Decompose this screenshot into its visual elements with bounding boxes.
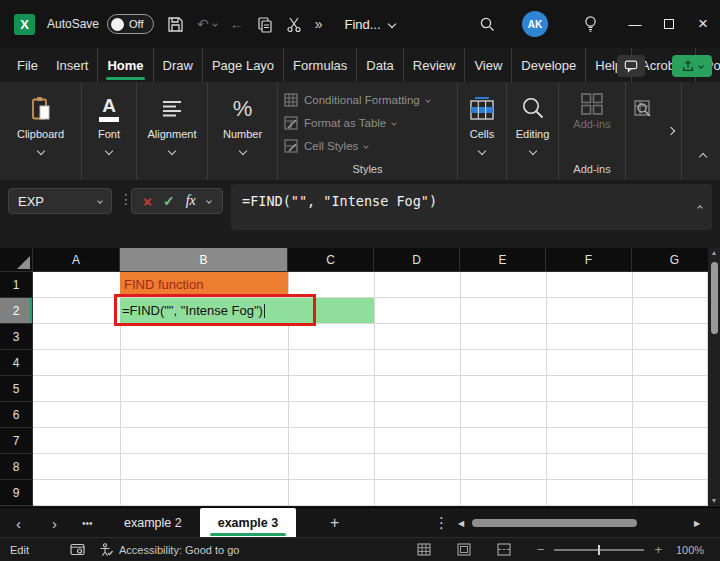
- account-avatar[interactable]: AK: [522, 11, 548, 37]
- column-header[interactable]: F: [546, 248, 632, 272]
- vertical-scrollbar[interactable]: ▲ ▼: [708, 248, 720, 506]
- column-header[interactable]: A: [33, 248, 120, 272]
- back-arrow-button[interactable]: ←: [230, 17, 244, 31]
- alignment-group-button[interactable]: Alignment: [137, 82, 208, 180]
- scroll-up-icon[interactable]: ▲: [711, 248, 718, 258]
- chevron-down-icon: [528, 147, 536, 155]
- formula-bar-strip: EXP ⋮ × ✓ fx =FIND("", "Intense Fog"): [0, 180, 720, 248]
- column-header[interactable]: G: [632, 248, 718, 272]
- ribbon-tabs: FileInsertHomeDrawPage LayoFormulasDataR…: [0, 48, 720, 82]
- prev-sheet-button[interactable]: ‹: [16, 508, 21, 538]
- enter-button[interactable]: ✓: [163, 194, 175, 208]
- horizontal-scroll-thumb[interactable]: [472, 519, 637, 527]
- zoom-level[interactable]: 100%: [676, 544, 714, 556]
- row-header[interactable]: 2: [0, 298, 33, 324]
- row-header[interactable]: 4: [0, 350, 33, 376]
- addins-button[interactable]: [579, 91, 605, 117]
- number-group-button[interactable]: % Number: [208, 82, 278, 180]
- ribbon-tab[interactable]: Insert: [47, 48, 98, 82]
- row-header[interactable]: 8: [0, 454, 33, 480]
- all-sheets-button[interactable]: •••: [82, 508, 93, 538]
- zoom-in-button[interactable]: +: [654, 542, 662, 557]
- addins-group: Add-ins Add-ins: [559, 82, 626, 180]
- row-header[interactable]: 7: [0, 428, 33, 454]
- select-all-button[interactable]: [0, 248, 33, 272]
- chevron-down-icon: [36, 147, 44, 155]
- cell-styles-button[interactable]: Cell Styles: [284, 134, 457, 157]
- sheet-tab[interactable]: example 2: [106, 508, 200, 538]
- status-left: Edit Accessibility: Good to go: [0, 543, 239, 557]
- cells-group-button[interactable]: Cells: [458, 82, 507, 180]
- addins-group-label: Add-ins: [559, 163, 625, 175]
- row-header[interactable]: 5: [0, 376, 33, 402]
- insert-function-button[interactable]: fx: [186, 193, 196, 209]
- ribbon: Clipboard A Font Alignment % Number Cond…: [0, 82, 720, 180]
- ribbon-tab[interactable]: View: [464, 48, 511, 82]
- row-header[interactable]: 3: [0, 324, 33, 350]
- font-group-button[interactable]: A Font: [82, 82, 137, 180]
- sheet-menu-button[interactable]: ⋮: [434, 508, 449, 538]
- add-sheet-button[interactable]: +: [330, 508, 339, 538]
- ribbon-tab[interactable]: Formulas: [283, 48, 356, 82]
- share-button[interactable]: [672, 55, 712, 77]
- maximize-icon: [664, 19, 674, 29]
- ribbon-tab[interactable]: Home: [97, 48, 152, 82]
- ribbon-tab[interactable]: Develope: [511, 48, 585, 82]
- ribbon-tab[interactable]: Page Layo: [202, 48, 283, 82]
- collapse-formula-bar-button[interactable]: [698, 196, 702, 214]
- conditional-formatting-button[interactable]: Conditional Formatting: [284, 88, 457, 111]
- ribbon-tab[interactable]: Draw: [153, 48, 202, 82]
- share-icon: [681, 59, 695, 73]
- ribbon-tab[interactable]: Data: [356, 48, 402, 82]
- find-button[interactable]: Find...: [344, 17, 394, 32]
- undo-button[interactable]: ↶: [197, 17, 217, 31]
- close-button[interactable]: ×: [686, 9, 720, 39]
- minimize-button[interactable]: —: [618, 9, 652, 39]
- macro-record-button[interactable]: [70, 543, 85, 556]
- column-header[interactable]: C: [288, 248, 374, 272]
- gridline: [460, 272, 461, 506]
- hscroll-right-icon[interactable]: ▶: [694, 508, 700, 538]
- sheet-tab[interactable]: example 3: [200, 508, 296, 538]
- zoom-slider[interactable]: [554, 549, 644, 551]
- excel-app-icon[interactable]: X: [14, 14, 35, 35]
- scroll-down-icon[interactable]: ▼: [711, 496, 718, 506]
- ribbon-tab[interactable]: Review: [403, 48, 465, 82]
- collapse-ribbon-button[interactable]: [700, 146, 706, 164]
- row-header[interactable]: 6: [0, 402, 33, 428]
- cut-button[interactable]: [286, 16, 302, 33]
- cancel-button[interactable]: ×: [143, 194, 152, 209]
- ribbon-tab[interactable]: File: [8, 48, 47, 82]
- next-sheet-button[interactable]: ›: [52, 508, 57, 538]
- format-as-table-button[interactable]: Format as Table: [284, 111, 457, 134]
- vertical-scroll-thumb[interactable]: [711, 262, 718, 334]
- copy-button[interactable]: [257, 16, 273, 33]
- column-header[interactable]: B: [120, 248, 288, 272]
- comments-button[interactable]: [617, 55, 645, 77]
- editing-group-button[interactable]: Editing: [507, 82, 559, 180]
- autosave-toggle[interactable]: Off: [107, 14, 154, 34]
- normal-view-button[interactable]: [417, 543, 431, 556]
- formula-text: =FIND("", "Intense Fog"): [242, 193, 437, 209]
- clipboard-group-button[interactable]: Clipboard: [0, 82, 82, 180]
- formula-input[interactable]: =FIND("", "Intense Fog"): [231, 184, 712, 230]
- row-header[interactable]: 9: [0, 480, 33, 506]
- maximize-button[interactable]: [652, 9, 686, 39]
- column-header[interactable]: D: [374, 248, 460, 272]
- row-header[interactable]: 1: [0, 272, 33, 298]
- page-layout-view-button[interactable]: [457, 543, 471, 556]
- zoom-out-button[interactable]: −: [537, 542, 545, 557]
- hscroll-left-icon[interactable]: ◀: [458, 508, 464, 538]
- tell-me-button[interactable]: [583, 15, 598, 33]
- page-break-preview-button[interactable]: [497, 543, 511, 556]
- excel-window: X AutoSave Off ↶ ← » Find... AK —: [0, 0, 720, 561]
- analyze-data-button[interactable]: [626, 82, 660, 180]
- accessibility-checker-button[interactable]: Accessibility: Good to go: [99, 543, 239, 557]
- save-button[interactable]: [167, 16, 184, 33]
- name-box[interactable]: EXP: [8, 188, 112, 214]
- qat-overflow-button[interactable]: »: [315, 17, 323, 31]
- search-button[interactable]: [479, 16, 496, 33]
- ribbon-next-page-button[interactable]: [660, 82, 682, 180]
- zoom-slider-thumb[interactable]: [598, 545, 600, 555]
- column-header[interactable]: E: [460, 248, 546, 272]
